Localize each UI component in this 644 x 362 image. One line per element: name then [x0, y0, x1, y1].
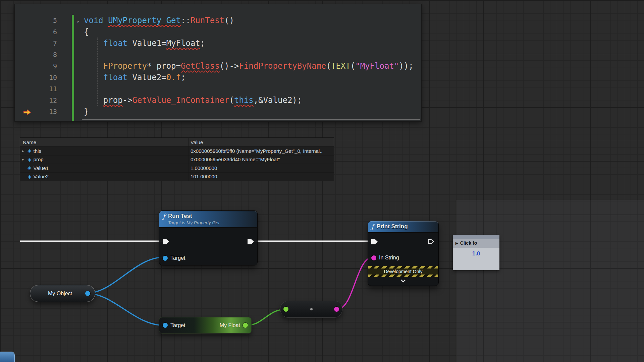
watch-value: 0x000005960fbf0ff0 (Name="MyProperty_Get… [191, 148, 323, 154]
node-run-test[interactable]: ƒ Run Test Target is My Property Get Tar… [159, 210, 258, 265]
watch-header: Name Value [20, 138, 334, 147]
watch-column-value: Value [191, 138, 203, 147]
node-run-test-header: ƒ Run Test Target is My Property Get [159, 211, 257, 228]
conversion-input-pin[interactable] [283, 307, 288, 312]
editor-scrollbar[interactable] [82, 119, 420, 120]
node-print-string[interactable]: ƒ Print String In String Development Onl… [368, 221, 439, 286]
exec-out-pin[interactable] [428, 239, 434, 244]
offscreen-node-fragment [0, 352, 15, 362]
code-text: FProperty* prop=GetClass()->FindProperty… [72, 60, 414, 72]
line-number[interactable]: 8 [15, 49, 72, 60]
code-text: void UMyProperty_Get::RunTest() [72, 15, 234, 26]
code-line: 7 float Value1=MyFloat; [15, 38, 421, 49]
watch-name: prop [34, 157, 44, 162]
code-line: 6{ [15, 26, 421, 38]
code-line: 10 float Value2=0.f; [15, 72, 421, 83]
node-get-my-float[interactable]: Target My Float [159, 317, 252, 334]
variable-icon: ◈ [28, 148, 32, 154]
watch-row[interactable]: ▸◈this0x000005960fbf0ff0 (Name="MyProper… [20, 147, 334, 156]
code-line: 11 [15, 83, 421, 95]
expand-node-chevron-icon[interactable] [368, 278, 438, 284]
code-line: 9 FProperty* prop=GetClass()->FindProper… [15, 60, 421, 72]
node-subtitle: Target is My Property Get [168, 220, 219, 225]
function-icon: ƒ [371, 223, 374, 230]
variable-label: My Object [35, 291, 85, 297]
code-text: float Value2=0.f; [72, 72, 185, 83]
code-text: prop->GetValue_InContainer(this,&Value2)… [72, 95, 302, 106]
watch-row[interactable]: ▸◈prop0x00000595e633dd40 Name="MyFloat" [20, 156, 334, 164]
line-number[interactable]: 11 [15, 83, 72, 95]
exec-out-pin[interactable] [248, 239, 254, 244]
watch-value: 1.00000000 [191, 165, 217, 171]
development-only-label: Development Only [368, 268, 438, 275]
code-text [72, 83, 84, 95]
watch-value: 101.000000 [191, 174, 217, 179]
conversion-output-pin[interactable] [334, 307, 339, 312]
my-object-output-pin[interactable] [85, 291, 90, 296]
watch-column-divider[interactable] [189, 138, 189, 181]
expand-arrow-icon[interactable]: ▸ [22, 149, 28, 153]
function-icon: ƒ [163, 213, 165, 220]
code-line: 13} [15, 106, 421, 117]
line-number[interactable]: 5 [15, 15, 72, 26]
watch-name: this [34, 148, 41, 154]
variable-icon: ◈ [28, 174, 32, 180]
node-title: Print String [377, 223, 408, 230]
code-text: } [72, 106, 89, 117]
line-number[interactable]: 6 [15, 26, 72, 38]
value-box-header-label: Click fo [460, 239, 477, 248]
my-float-label: My Float [220, 322, 240, 328]
hazard-stripe [368, 275, 438, 277]
in-string-pin-label: In String [379, 255, 399, 261]
execution-pointer-icon [23, 108, 32, 117]
target-pin[interactable] [163, 256, 168, 261]
hazard-stripe [368, 266, 438, 268]
line-number[interactable]: 10 [15, 72, 72, 83]
right-panel-edge [456, 200, 644, 362]
exec-in-pin[interactable] [163, 239, 169, 244]
watch-row[interactable]: ◈Value11.00000000 [20, 164, 334, 173]
code-lines: 5void UMyProperty_Get::RunTest()6{7 floa… [15, 15, 421, 121]
value-box-header[interactable]: ▶ Click fo [453, 239, 499, 248]
node-my-object[interactable]: My Object [30, 285, 95, 302]
node-conversion[interactable] [280, 301, 342, 318]
watch-value: 0x00000595e633dd40 Name="MyFloat" [191, 157, 280, 162]
code-text: float Value1=MyFloat; [72, 38, 205, 49]
getter-target-pin[interactable] [163, 323, 168, 328]
watch-column-name: Name [20, 139, 36, 145]
code-line: 12 prop->GetValue_InContainer(this,&Valu… [15, 95, 421, 106]
value-box-top-strip [453, 235, 499, 239]
code-editor[interactable]: ⌄ 5void UMyProperty_Get::RunTest()6{7 fl… [15, 4, 421, 121]
in-string-pin[interactable] [371, 255, 376, 260]
expand-arrow-icon[interactable]: ▸ [22, 157, 28, 162]
line-number[interactable]: 9 [15, 60, 72, 72]
code-line: 5void UMyProperty_Get::RunTest() [15, 15, 421, 26]
code-text: { [72, 26, 89, 38]
variable-icon: ◈ [28, 165, 32, 171]
variable-icon: ◈ [28, 157, 32, 163]
play-icon: ▶ [455, 239, 458, 248]
code-line: 8 [15, 49, 421, 60]
my-float-output-pin[interactable] [243, 323, 248, 328]
value-box-value: 1.0 [453, 248, 499, 257]
conversion-dot-icon [310, 308, 313, 310]
exec-in-pin[interactable] [371, 239, 378, 244]
line-number[interactable]: 14 [15, 117, 72, 121]
watch-window: Name Value ▸◈this0x000005960fbf0ff0 (Nam… [20, 138, 334, 181]
getter-target-label: Target [170, 322, 185, 328]
watch-rows: ▸◈this0x000005960fbf0ff0 (Name="MyProper… [20, 147, 334, 181]
node-title: Run Test [168, 213, 219, 220]
watch-row[interactable]: ◈Value2101.000000 [20, 173, 334, 181]
node-print-string-header: ƒ Print String [368, 221, 438, 233]
line-number[interactable]: 7 [15, 38, 72, 49]
debug-value-box[interactable]: ▶ Click fo 1.0 [453, 235, 499, 270]
watch-name: Value2 [34, 174, 49, 179]
watch-name: Value1 [34, 165, 49, 171]
code-text [72, 49, 84, 60]
target-pin-label: Target [170, 255, 185, 261]
line-number[interactable]: 12 [15, 95, 72, 106]
development-only-banner: Development Only [368, 266, 438, 277]
